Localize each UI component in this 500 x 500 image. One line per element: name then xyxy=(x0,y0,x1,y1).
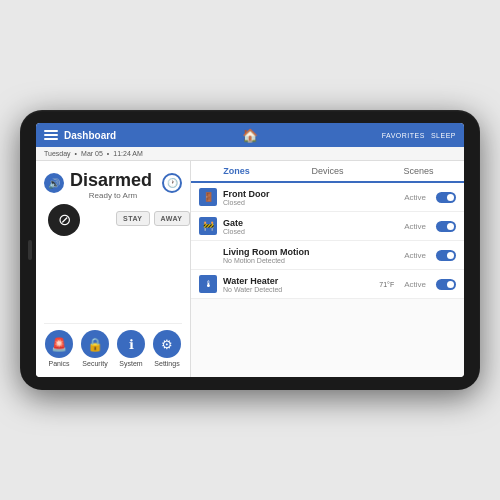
separator2: • xyxy=(107,150,109,157)
table-row: 🚪 Front Door Closed Active xyxy=(191,183,464,212)
top-bar-center: 🏠 xyxy=(242,128,258,143)
right-panel: Zones Devices Scenes 🚪 Front Door Closed… xyxy=(191,161,464,377)
date-bar: Tuesday • Mar 05 • 11:24 AM xyxy=(36,147,464,161)
motion-info: Living Room Motion No Motion Detected xyxy=(223,247,398,264)
separator: • xyxy=(75,150,77,157)
settings-button[interactable]: ⚙ Settings xyxy=(153,330,181,367)
top-bar: Dashboard 🏠 FAVORITES SLEEP xyxy=(36,123,464,147)
disarmed-status: Disarmed xyxy=(70,171,156,191)
gate-active: Active xyxy=(404,222,426,231)
security-icon: 🔒 xyxy=(81,330,109,358)
bottom-icons: 🚨 Panics 🔒 Security ℹ System ⚙ Settings xyxy=(44,323,182,367)
stay-button[interactable]: STAY xyxy=(116,211,150,226)
water-heater-temp: 71°F xyxy=(379,281,394,288)
gate-info: Gate Closed xyxy=(223,218,398,235)
main-content: 🔊 Disarmed Ready to Arm 🕐 STAY AWAY NIGH… xyxy=(36,161,464,377)
ready-to-arm: Ready to Arm xyxy=(70,191,156,200)
screen: Dashboard 🏠 FAVORITES SLEEP Tuesday • Ma… xyxy=(36,123,464,377)
time-label: 11:24 AM xyxy=(113,150,143,157)
tab-zones[interactable]: Zones xyxy=(191,161,282,183)
date-label: Mar 05 xyxy=(81,150,103,157)
top-bar-right: FAVORITES SLEEP xyxy=(258,132,456,139)
sleep-button[interactable]: SLEEP xyxy=(431,132,456,139)
security-label: Security xyxy=(82,360,107,367)
top-bar-left: Dashboard xyxy=(44,130,242,141)
clock-button[interactable]: 🕐 xyxy=(162,173,182,193)
water-heater-info: Water Heater No Water Detected xyxy=(223,276,373,293)
home-icon[interactable]: 🏠 xyxy=(242,128,258,143)
menu-icon[interactable] xyxy=(44,130,58,140)
table-row: 🚧 Gate Closed Active xyxy=(191,212,464,241)
gate-name: Gate xyxy=(223,218,398,228)
front-door-active: Active xyxy=(404,193,426,202)
zone-list: 🚪 Front Door Closed Active 🚧 Gate Closed xyxy=(191,183,464,377)
water-heater-icon: 🌡 xyxy=(199,275,217,293)
security-button[interactable]: 🔒 Security xyxy=(81,330,109,367)
water-heater-toggle[interactable] xyxy=(436,279,456,290)
front-door-info: Front Door Closed xyxy=(223,189,398,206)
disarm-button[interactable] xyxy=(48,204,80,236)
water-heater-active: Active xyxy=(404,280,426,289)
panics-button[interactable]: 🚨 Panics xyxy=(45,330,73,367)
water-heater-status: No Water Detected xyxy=(223,286,373,293)
table-row: 🌡 Water Heater No Water Detected 71°F Ac… xyxy=(191,270,464,299)
sound-button[interactable]: 🔊 xyxy=(44,173,64,193)
front-door-icon: 🚪 xyxy=(199,188,217,206)
status-text-block: Disarmed Ready to Arm xyxy=(70,171,156,200)
gate-icon: 🚧 xyxy=(199,217,217,235)
gate-status: Closed xyxy=(223,228,398,235)
left-panel: 🔊 Disarmed Ready to Arm 🕐 STAY AWAY NIGH… xyxy=(36,161,191,377)
panics-label: Panics xyxy=(48,360,69,367)
favorites-icon[interactable]: FAVORITES xyxy=(382,132,425,139)
status-area: 🔊 Disarmed Ready to Arm 🕐 xyxy=(44,171,182,200)
motion-icon: 〜 xyxy=(199,246,217,264)
tab-scenes[interactable]: Scenes xyxy=(373,161,464,181)
settings-icon: ⚙ xyxy=(153,330,181,358)
tablet-shell: Dashboard 🏠 FAVORITES SLEEP Tuesday • Ma… xyxy=(20,110,480,390)
motion-status: No Motion Detected xyxy=(223,257,398,264)
tabs-bar: Zones Devices Scenes xyxy=(191,161,464,183)
panics-icon: 🚨 xyxy=(45,330,73,358)
water-heater-name: Water Heater xyxy=(223,276,373,286)
system-icon: ℹ xyxy=(117,330,145,358)
motion-toggle[interactable] xyxy=(436,250,456,261)
system-button[interactable]: ℹ System xyxy=(117,330,145,367)
gate-toggle[interactable] xyxy=(436,221,456,232)
settings-label: Settings xyxy=(154,360,179,367)
day-label: Tuesday xyxy=(44,150,71,157)
away-button[interactable]: AWAY xyxy=(154,211,190,226)
dashboard-title: Dashboard xyxy=(64,130,116,141)
motion-name: Living Room Motion xyxy=(223,247,398,257)
table-row: 〜 Living Room Motion No Motion Detected … xyxy=(191,241,464,270)
front-door-name: Front Door xyxy=(223,189,398,199)
front-door-toggle[interactable] xyxy=(436,192,456,203)
motion-active: Active xyxy=(404,251,426,260)
disarm-area: STAY AWAY NIGHT xyxy=(44,204,182,236)
system-label: System xyxy=(119,360,142,367)
tab-devices[interactable]: Devices xyxy=(282,161,373,181)
front-door-status: Closed xyxy=(223,199,398,206)
